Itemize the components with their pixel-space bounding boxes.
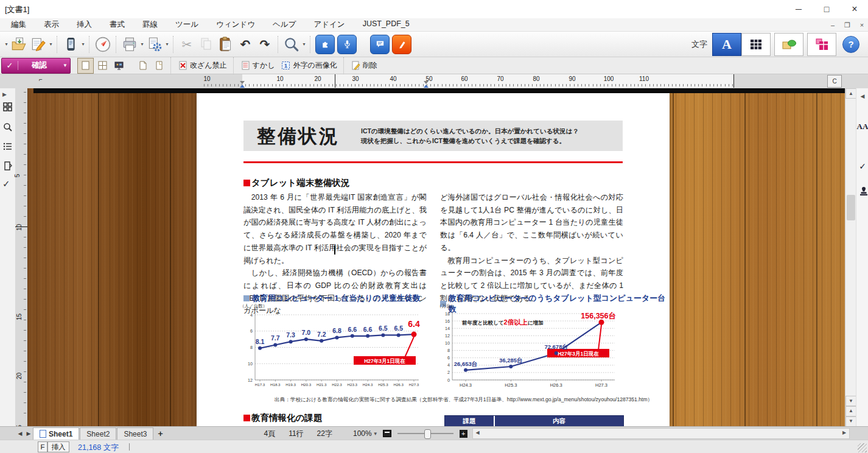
vertical-ruler[interactable]: 510152025: [15, 88, 28, 426]
expand-panel-arrow-icon[interactable]: ▶: [2, 91, 13, 102]
proof-check-icon[interactable]: ✓: [2, 178, 13, 189]
body-column-2[interactable]: ど海外諸国ではグローバル社会・情報化社会への対応を見越して1人1台 PC 整備が…: [440, 191, 623, 304]
help-button[interactable]: ?: [842, 36, 859, 53]
toolbar-overflow-caret[interactable]: ▾: [4, 41, 9, 47]
menu-item-書式[interactable]: 書式: [110, 19, 125, 30]
zoom-dropdown-caret[interactable]: ▼: [373, 431, 378, 437]
toolbar-separator: [310, 36, 311, 53]
svg-text:6: 6: [250, 328, 253, 334]
left-margin-marker[interactable]: [240, 81, 245, 88]
sheet-tab-sheet3[interactable]: Sheet3: [117, 427, 153, 440]
save-options-caret[interactable]: ▾: [48, 41, 54, 47]
zoom-level-value[interactable]: 100%: [353, 429, 372, 438]
collapse-panel-arrow-icon[interactable]: ◀: [856, 93, 868, 99]
sheet-tab-sheet2[interactable]: Sheet2: [80, 427, 116, 440]
window-resize-grip[interactable]: [858, 443, 867, 452]
page-down-button[interactable]: ▼▼: [845, 416, 856, 427]
mobile-view-caret[interactable]: ▾: [80, 41, 86, 47]
table-mode-button[interactable]: [741, 33, 771, 56]
delete-button[interactable]: 削除: [348, 58, 380, 73]
page-up-button[interactable]: ▲▲: [845, 406, 856, 416]
menu-item-アドイン[interactable]: アドイン: [313, 19, 345, 30]
comment-tool-button[interactable]: [370, 35, 390, 54]
menu-item-表示[interactable]: 表示: [44, 19, 59, 30]
menu-item-罫線[interactable]: 罫線: [142, 19, 158, 30]
f-mode-button[interactable]: F: [38, 441, 47, 452]
outline-list-icon[interactable]: [2, 141, 13, 152]
zoom-tool-caret[interactable]: ▾: [301, 41, 307, 47]
vertical-scrollbar[interactable]: ▲ ▼ ▲▲ ▼▼: [845, 88, 856, 426]
scroll-left-button[interactable]: ◀: [473, 429, 483, 437]
watermark-button[interactable]: すかし: [238, 58, 278, 73]
table-header-cell: 課題: [445, 416, 495, 426]
open-file-button[interactable]: [9, 34, 29, 55]
page-jump-icon[interactable]: [2, 161, 13, 171]
navigation-compass-button[interactable]: [93, 34, 113, 55]
layout-parts-button[interactable]: [807, 33, 836, 56]
zoom-slider[interactable]: [397, 429, 453, 438]
document-minimize-button[interactable]: –: [827, 20, 839, 30]
print-settings-button[interactable]: [145, 34, 164, 55]
print-button[interactable]: [120, 34, 139, 55]
fit-page-icon[interactable]: [383, 430, 391, 437]
presentation-view-button[interactable]: [111, 58, 127, 73]
menu-item-JUST_PDF_5[interactable]: JUST_PDF_5: [363, 19, 410, 30]
print-settings-caret[interactable]: ▾: [164, 41, 170, 47]
single-page-view-button[interactable]: [77, 58, 94, 74]
tamper-protection-button[interactable]: 改ざん禁止: [175, 58, 229, 73]
menu-item-挿入[interactable]: 挿入: [77, 19, 92, 30]
font-size-tool-icon[interactable]: AA: [856, 122, 868, 132]
balloon-insert-button[interactable]: [774, 33, 803, 56]
menu-item-ウィンドウ[interactable]: ウィンドウ: [216, 19, 255, 30]
minimize-button[interactable]: ─: [785, 0, 812, 18]
horizontal-ruler[interactable]: ⌐ 10102030405060708090100110 C: [0, 74, 868, 89]
sheet-tab-sheet1[interactable]: Sheet1: [33, 427, 79, 440]
highlighter-tool-button[interactable]: [392, 35, 411, 54]
close-button[interactable]: ×: [841, 0, 868, 18]
addin-puzzle-button[interactable]: [315, 35, 335, 54]
chart-students-per-computer: 4681012H17.3H18.3H19.3H20.3H21.3H22.3H23…: [239, 303, 426, 391]
zoom-in-button[interactable]: +: [460, 430, 467, 438]
menu-item-ツール[interactable]: ツール: [175, 19, 198, 30]
save-edit-button[interactable]: [29, 34, 48, 55]
document-page[interactable]: 整備状況 ICTの環境整備はどのくらい進んでいるのか。日本が置かれている状況は？…: [197, 93, 670, 426]
scroll-right-button[interactable]: ▶: [839, 429, 849, 437]
tab-scroll-right-button[interactable]: ▶: [24, 430, 33, 437]
stamp-tool-icon[interactable]: [858, 187, 868, 197]
insert-mode-button[interactable]: 挿入: [47, 441, 69, 452]
indent-marker[interactable]: [424, 81, 429, 88]
add-sheet-button[interactable]: ＋: [154, 428, 166, 439]
check-tool-icon[interactable]: ✓: [856, 161, 868, 171]
page-layout-grid-icon[interactable]: [2, 102, 13, 112]
zoom-slider-knob[interactable]: [424, 429, 431, 439]
document-background: 整備状況 ICTの環境整備はどのくらい進んでいるのか。日本が置かれている状況は？…: [27, 88, 845, 426]
horizontal-scrollbar[interactable]: ◀ ▶: [472, 428, 850, 439]
voice-input-button[interactable]: [337, 35, 357, 54]
page-style-b-button[interactable]: [152, 58, 167, 73]
mobile-view-button[interactable]: [61, 34, 80, 55]
menu-item-編集[interactable]: 編集: [11, 19, 26, 30]
redo-button[interactable]: ↷: [255, 34, 275, 55]
confirm-button[interactable]: ✓ 確認 ▼: [1, 58, 71, 74]
print-options-caret[interactable]: ▾: [139, 41, 145, 47]
gaiji-imaging-button[interactable]: 1 外字の画像化: [278, 58, 339, 73]
text-edit-mode-button[interactable]: A: [712, 33, 741, 56]
maximize-button[interactable]: □: [813, 0, 840, 18]
multi-pane-view-button[interactable]: [95, 58, 110, 73]
menu-item-ヘルプ[interactable]: ヘルプ: [273, 19, 296, 30]
page-style-a-button[interactable]: [135, 58, 150, 73]
ruler-corner-button[interactable]: C: [827, 75, 842, 88]
vertical-scrollbar-thumb[interactable]: [847, 195, 855, 220]
tab-scroll-left-button[interactable]: ◀: [16, 430, 24, 437]
document-close-button[interactable]: ×: [856, 20, 868, 30]
scroll-up-button[interactable]: ▲: [845, 88, 856, 99]
scroll-down-button[interactable]: ▼: [845, 396, 856, 406]
search-panel-icon[interactable]: [2, 122, 13, 132]
undo-button[interactable]: ↶: [236, 34, 255, 55]
paste-button[interactable]: [216, 34, 236, 55]
document-restore-button[interactable]: ❐: [841, 20, 853, 30]
toolbar-separator: [278, 36, 279, 53]
zoom-tool-button[interactable]: [282, 34, 301, 55]
cut-button[interactable]: ✂: [177, 34, 197, 55]
copy-button[interactable]: [197, 34, 216, 55]
